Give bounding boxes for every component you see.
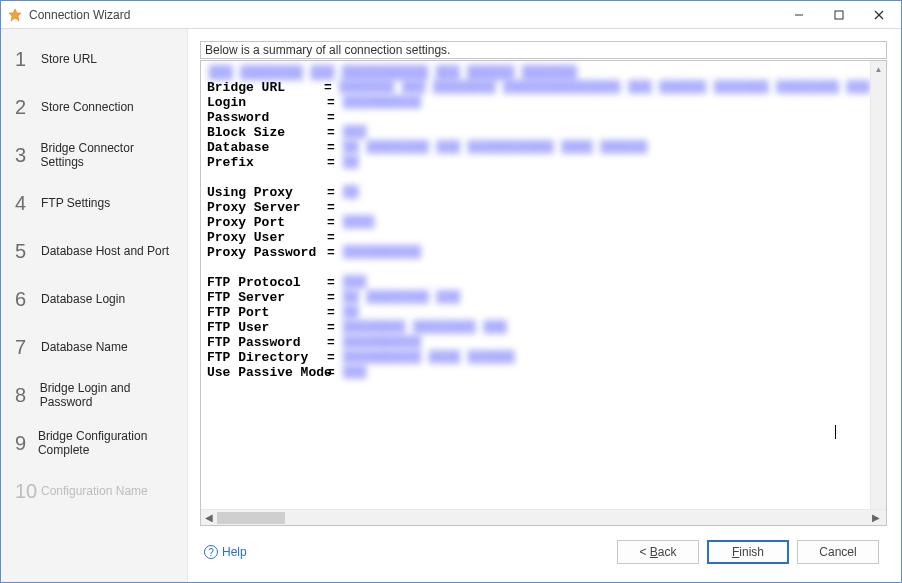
setting-key: Login bbox=[207, 95, 327, 110]
text-caret bbox=[835, 425, 836, 439]
setting-row: FTP Password=██████████ bbox=[207, 335, 870, 350]
titlebar: Connection Wizard bbox=[1, 1, 901, 29]
steps-sidebar: 1Store URL 2Store Connection 3Bridge Con… bbox=[1, 29, 188, 582]
setting-row: FTP User=████████ ████████ ███ bbox=[207, 320, 870, 335]
setting-value: ██████████ bbox=[343, 245, 421, 260]
equals-sign: = bbox=[327, 155, 343, 170]
equals-sign: = bbox=[327, 215, 343, 230]
minimize-button[interactable] bbox=[779, 2, 819, 28]
equals-sign: = bbox=[327, 110, 343, 125]
wizard-body: 1Store URL 2Store Connection 3Bridge Con… bbox=[1, 29, 901, 582]
setting-value: ██████████ ████ ██████ bbox=[343, 350, 515, 365]
setting-key: Proxy Port bbox=[207, 215, 327, 230]
setting-value: ██ ████████ ███ ███████████ ████ ██████ bbox=[343, 140, 647, 155]
setting-key: Proxy Password bbox=[207, 245, 327, 260]
svg-rect-1 bbox=[835, 11, 843, 19]
step-store-url[interactable]: 1Store URL bbox=[1, 35, 187, 83]
step-ftp-settings[interactable]: 4FTP Settings bbox=[1, 179, 187, 227]
setting-key: FTP Protocol bbox=[207, 275, 327, 290]
equals-sign: = bbox=[327, 305, 343, 320]
equals-sign: = bbox=[327, 350, 343, 365]
maximize-button[interactable] bbox=[819, 2, 859, 28]
equals-sign: = bbox=[327, 140, 343, 155]
step-configuration-name[interactable]: 10Configuration Name bbox=[1, 467, 187, 515]
blank-row bbox=[207, 260, 870, 275]
setting-key: FTP Directory bbox=[207, 350, 327, 365]
setting-key: Proxy User bbox=[207, 230, 327, 245]
setting-row: Password= bbox=[207, 110, 870, 125]
step-store-connection[interactable]: 2Store Connection bbox=[1, 83, 187, 131]
step-database-login[interactable]: 6Database Login bbox=[1, 275, 187, 323]
setting-row: Bridge URL=███████ ███ ████████ ████████… bbox=[207, 80, 870, 95]
settings-summary-content[interactable]: ███ ████████ ███ ███████████ ███ ██████ … bbox=[201, 61, 886, 509]
setting-value: ██ bbox=[343, 155, 359, 170]
setting-row: Prefix=██ bbox=[207, 155, 870, 170]
step-database-host-port[interactable]: 5Database Host and Port bbox=[1, 227, 187, 275]
vertical-scrollbar[interactable]: ▲ bbox=[870, 61, 886, 509]
equals-sign: = bbox=[324, 80, 340, 95]
step-database-name[interactable]: 7Database Name bbox=[1, 323, 187, 371]
horizontal-scrollbar[interactable]: ◀ ▶ bbox=[201, 509, 886, 525]
equals-sign: = bbox=[327, 95, 343, 110]
step-bridge-login-password[interactable]: 8Bridge Login and Password bbox=[1, 371, 187, 419]
setting-row: Login=██████████ bbox=[207, 95, 870, 110]
main-panel: Below is a summary of all connection set… bbox=[188, 29, 901, 582]
setting-value: ██ bbox=[343, 305, 359, 320]
help-icon: ? bbox=[204, 545, 218, 559]
equals-sign: = bbox=[327, 275, 343, 290]
help-link[interactable]: ? Help bbox=[204, 545, 247, 559]
setting-value: ██ bbox=[343, 185, 359, 200]
equals-sign: = bbox=[327, 320, 343, 335]
equals-sign: = bbox=[327, 365, 343, 380]
setting-value: ██████████ bbox=[343, 95, 421, 110]
wizard-footer: ? Help < Back Finish Cancel bbox=[200, 526, 887, 572]
step-bridge-connector-settings[interactable]: 3Bridge Connector Settings bbox=[1, 131, 187, 179]
setting-key: Prefix bbox=[207, 155, 327, 170]
setting-row: Proxy User= bbox=[207, 230, 870, 245]
setting-row: Block Size=███ bbox=[207, 125, 870, 140]
setting-value: ███ bbox=[343, 125, 366, 140]
equals-sign: = bbox=[327, 230, 343, 245]
setting-key: Using Proxy bbox=[207, 185, 327, 200]
setting-value: ██ ████████ ███ bbox=[343, 290, 460, 305]
setting-key: FTP Server bbox=[207, 290, 327, 305]
setting-value: ███ bbox=[343, 275, 366, 290]
setting-row: FTP Server=██ ████████ ███ bbox=[207, 290, 870, 305]
setting-key: Block Size bbox=[207, 125, 327, 140]
cancel-button[interactable]: Cancel bbox=[797, 540, 879, 564]
settings-summary-box: ███ ████████ ███ ███████████ ███ ██████ … bbox=[200, 60, 887, 526]
setting-key: FTP Port bbox=[207, 305, 327, 320]
setting-row: Using Proxy=██ bbox=[207, 185, 870, 200]
summary-label: Below is a summary of all connection set… bbox=[200, 41, 887, 59]
equals-sign: = bbox=[327, 290, 343, 305]
setting-key: Proxy Server bbox=[207, 200, 327, 215]
window-title: Connection Wizard bbox=[29, 8, 779, 22]
setting-key: Bridge URL bbox=[207, 80, 324, 95]
setting-row: Use Passive Mode=███ bbox=[207, 365, 870, 380]
setting-key: Password bbox=[207, 110, 327, 125]
help-label: Help bbox=[222, 545, 247, 559]
equals-sign: = bbox=[327, 125, 343, 140]
setting-row: Proxy Server= bbox=[207, 200, 870, 215]
scroll-left-icon[interactable]: ◀ bbox=[201, 512, 217, 523]
setting-row: FTP Port=██ bbox=[207, 305, 870, 320]
setting-key: Use Passive Mode bbox=[207, 365, 327, 380]
setting-value: ███ bbox=[343, 365, 366, 380]
app-icon bbox=[7, 7, 23, 23]
scroll-up-icon[interactable]: ▲ bbox=[875, 65, 883, 74]
scroll-right-icon[interactable]: ▶ bbox=[868, 512, 884, 523]
equals-sign: = bbox=[327, 200, 343, 215]
back-button[interactable]: < Back bbox=[617, 540, 699, 564]
equals-sign: = bbox=[327, 185, 343, 200]
setting-key: FTP User bbox=[207, 320, 327, 335]
setting-row: FTP Directory=██████████ ████ ██████ bbox=[207, 350, 870, 365]
equals-sign: = bbox=[327, 245, 343, 260]
setting-value: ███████ ███ ████████ ███████████████ ███… bbox=[340, 80, 871, 95]
close-button[interactable] bbox=[859, 2, 899, 28]
setting-row: Proxy Port=████ bbox=[207, 215, 870, 230]
step-bridge-configuration-complete[interactable]: 9Bridge Configuration Complete bbox=[1, 419, 187, 467]
scroll-thumb[interactable] bbox=[217, 512, 285, 524]
finish-button[interactable]: Finish bbox=[707, 540, 789, 564]
setting-value: ██████████ bbox=[343, 335, 421, 350]
wizard-window: Connection Wizard 1Store URL 2Store Conn… bbox=[0, 0, 902, 583]
